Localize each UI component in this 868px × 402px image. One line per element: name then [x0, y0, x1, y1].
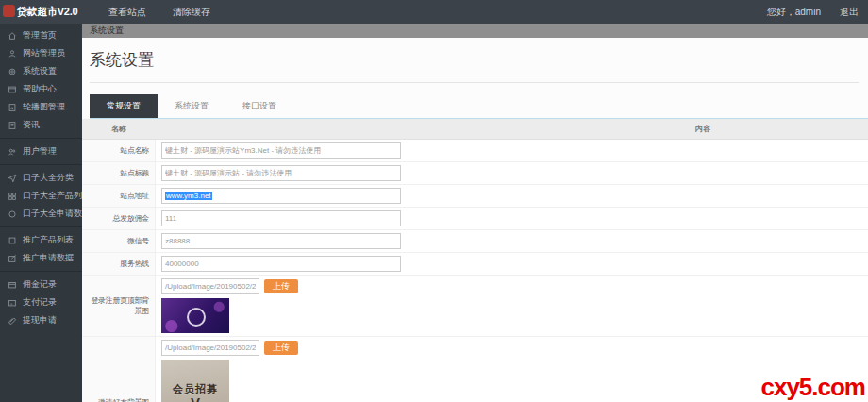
sidebar-item-label: 口子大全分类 [23, 172, 74, 184]
table-row: 登录注册页顶部背景图上传 [82, 276, 868, 337]
sidebar-item[interactable]: 推广产品列表 [0, 231, 82, 249]
news-icon [8, 121, 17, 130]
field-label: 微信号 [82, 230, 156, 252]
upload-row: 上传 [161, 340, 868, 356]
sidebar-item-label: 网站管理员 [23, 47, 65, 59]
header-name: 名称 [82, 119, 156, 139]
field-label: 站点名称 [82, 140, 156, 161]
tab-api-settings[interactable]: 接口设置 [225, 94, 293, 118]
sidebar-item[interactable]: 轮播图管理 [0, 98, 82, 116]
field-content: 上传 [156, 276, 868, 336]
field-label: 总发放佣金 [82, 208, 156, 229]
content: 系统设置 常规设置 系统设置 接口设置 名称 内容 站点名称站点标题站点地址ww… [82, 38, 868, 402]
table-row: 邀请好友背景图上传会员招募V [82, 337, 868, 402]
sidebar-item[interactable]: 帮助中心 [0, 80, 82, 98]
table-row: 站点地址www.ym3.net [82, 185, 868, 208]
field-content [156, 208, 868, 229]
page-title: 系统设置 [90, 49, 868, 71]
sidebar-item[interactable]: 口子大全产品列表 [0, 187, 82, 205]
selected-text: www.ym3.net [165, 192, 212, 200]
sidebar-divider [0, 271, 82, 272]
field-content [156, 140, 868, 161]
breadcrumb: 系统设置 [82, 24, 868, 38]
field-content [156, 253, 868, 275]
top-menu: 查看站点 清除缓存 [95, 0, 224, 24]
table-row: 微信号 [82, 230, 868, 253]
invite-bg-path-input[interactable] [161, 340, 259, 356]
tab-general-settings[interactable]: 常规设置 [90, 94, 158, 118]
field-label: 邀请好友背景图 [82, 337, 156, 402]
grid-icon [8, 192, 17, 201]
sidebar-item[interactable]: 提现申请 [0, 311, 82, 329]
sidebar-item-label: 轮播图管理 [23, 101, 65, 113]
sidebar-item-label: 支付记录 [23, 296, 57, 309]
edit-icon [8, 254, 17, 263]
sidebar: 管理首页网站管理员系统设置帮助中心轮播图管理资讯用户管理口子大全分类口子大全产品… [0, 24, 82, 402]
upload-button[interactable]: 上传 [264, 341, 298, 355]
site-url-input[interactable]: www.ym3.net [161, 188, 401, 204]
table-row: 站点标题 [82, 162, 868, 185]
link-icon [8, 316, 17, 326]
login-banner-path-input[interactable] [161, 278, 259, 294]
sidebar-divider [0, 226, 82, 227]
sidebar-item-label: 管理首页 [23, 29, 57, 42]
sidebar-item-label: 口子大全申请数据 [23, 208, 91, 220]
sidebar-item[interactable]: 管理首页 [0, 26, 82, 44]
sidebar-item[interactable]: 支付记录 [0, 293, 82, 311]
field-content [156, 230, 868, 252]
top-bar-right: 您好，admin 退出 [767, 6, 868, 19]
sidebar-item[interactable]: 佣金记录 [0, 276, 82, 293]
title-divider [90, 82, 859, 83]
logout-link[interactable]: 退出 [840, 6, 859, 19]
sidebar-item[interactable]: 网站管理员 [0, 44, 82, 62]
login-banner-preview [161, 298, 229, 333]
banner-ring-graphic [187, 308, 206, 327]
sidebar-item[interactable]: 推广申请数据 [0, 249, 82, 267]
invite-poster-preview: 会员招募V [161, 360, 229, 402]
upload-row: 上传 [161, 278, 868, 294]
send-icon [8, 174, 17, 183]
sidebar-item[interactable]: 系统设置 [0, 62, 82, 80]
hotline-input[interactable] [161, 256, 401, 272]
sidebar-item-label: 用户管理 [23, 145, 57, 158]
card-icon [8, 298, 17, 308]
table-row: 总发放佣金 [82, 208, 868, 230]
site-name-input[interactable] [161, 142, 401, 159]
field-label: 服务热线 [82, 253, 156, 275]
sidebar-divider [0, 164, 82, 165]
tab-system-settings[interactable]: 系统设置 [158, 94, 225, 118]
sidebar-item-label: 提现申请 [23, 314, 57, 327]
wechat-input[interactable] [161, 233, 401, 249]
upload-button[interactable]: 上传 [264, 279, 298, 293]
wallet-icon [8, 280, 17, 290]
poster-v-graphic: V [161, 396, 229, 402]
sidebar-item[interactable]: 资讯 [0, 116, 82, 134]
site-title-input[interactable] [161, 165, 401, 181]
sidebar-item[interactable]: 口子大全分类 [0, 169, 82, 187]
table-header: 名称 内容 [82, 119, 868, 140]
header-content-label: 内容 [695, 125, 710, 133]
settings-table: 名称 内容 站点名称站点标题站点地址www.ym3.net总发放佣金微信号服务热… [82, 119, 868, 402]
sidebar-item-label: 佣金记录 [23, 278, 57, 291]
sidebar-item-label: 系统设置 [23, 65, 57, 77]
user-icon [8, 49, 17, 59]
watermark: cxy5.com [760, 373, 865, 402]
menu-clear-cache[interactable]: 清除缓存 [159, 0, 224, 24]
table-body: 站点名称站点标题站点地址www.ym3.net总发放佣金微信号服务热线登录注册页… [82, 140, 868, 402]
settings-tabs: 常规设置 系统设置 接口设置 [90, 94, 868, 119]
field-content [156, 162, 868, 184]
users-icon [8, 147, 17, 157]
field-label: 登录注册页顶部背景图 [82, 276, 156, 336]
sidebar-item[interactable]: 口子大全申请数据 [0, 205, 82, 223]
sidebar-divider [0, 138, 82, 139]
total-commission-input[interactable] [161, 210, 401, 226]
table-row: 站点名称 [82, 140, 868, 162]
user-greeting: 您好，admin [767, 6, 821, 19]
sidebar-item-label: 口子大全产品列表 [23, 190, 91, 202]
sidebar-item-label: 帮助中心 [23, 83, 57, 95]
main-area: 系统设置 系统设置 常规设置 系统设置 接口设置 名称 内容 站点名称站点标题站… [82, 24, 868, 402]
menu-view-site[interactable]: 查看站点 [95, 0, 159, 24]
sidebar-item[interactable]: 用户管理 [0, 142, 82, 160]
circle-icon [8, 209, 17, 219]
help-icon [8, 85, 17, 94]
